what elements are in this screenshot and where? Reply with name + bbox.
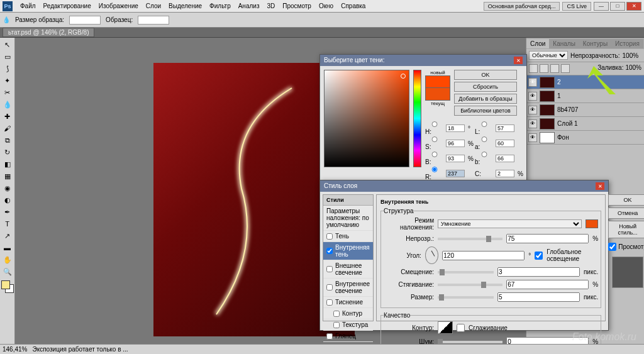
bv-input[interactable] — [446, 155, 465, 162]
global-light-checkbox[interactable] — [535, 252, 543, 260]
brush-tool[interactable]: 🖌 — [1, 123, 14, 134]
layer-thumb[interactable] — [540, 91, 555, 102]
type-tool[interactable]: T — [1, 218, 14, 230]
antialias-checkbox[interactable] — [457, 324, 465, 332]
hand-tool[interactable]: ✋ — [1, 254, 14, 265]
stamp-tool[interactable]: ⧉ — [1, 135, 14, 146]
layer-name[interactable]: 1 — [557, 92, 561, 99]
ok-button[interactable]: OK — [608, 194, 644, 206]
shadow-color-swatch[interactable] — [586, 219, 598, 228]
menu-filter[interactable]: Фильтр — [206, 3, 235, 9]
menu-analysis[interactable]: Анализ — [235, 3, 264, 9]
bv-radio[interactable] — [425, 152, 444, 157]
close-icon[interactable]: ✕ — [596, 182, 604, 190]
preview-checkbox[interactable] — [608, 243, 616, 251]
style-item-blending[interactable]: Параметры наложения: по умолчанию — [323, 206, 373, 231]
marquee-tool[interactable]: ▭ — [1, 51, 14, 62]
noise-slider[interactable] — [438, 341, 502, 343]
s-radio[interactable] — [425, 136, 444, 142]
lock-pixels-icon[interactable] — [540, 64, 548, 73]
opacity-slider[interactable] — [438, 238, 502, 240]
history-brush-tool[interactable]: ↻ — [1, 147, 14, 158]
heal-tool[interactable]: ✚ — [1, 111, 14, 122]
menu-select[interactable]: Выделение — [165, 3, 206, 9]
h-radio[interactable] — [425, 121, 444, 127]
style-item-contour[interactable]: Контур — [323, 308, 373, 319]
layer-thumb[interactable] — [540, 132, 555, 143]
layer-row[interactable]: 👁 8b4707 — [526, 103, 644, 117]
style-item-satin[interactable]: Глянец — [323, 331, 373, 342]
visibility-icon[interactable]: 👁 — [528, 119, 537, 128]
layer-row[interactable]: 👁 1 — [526, 89, 644, 103]
style-item-outerglow[interactable]: Внешнее свечение — [323, 260, 373, 279]
angle-dial[interactable] — [425, 246, 438, 264]
layer-thumb[interactable] — [540, 118, 555, 130]
visibility-icon[interactable]: 👁 — [528, 106, 537, 114]
style-item-texture[interactable]: Текстура — [323, 319, 373, 331]
layer-name[interactable]: 8b4707 — [557, 106, 578, 113]
size-slider[interactable] — [438, 296, 494, 299]
l-input[interactable] — [496, 124, 514, 132]
zoom-level[interactable]: 146,41% — [3, 346, 27, 353]
color-field[interactable] — [324, 70, 409, 167]
eyedropper-tool[interactable]: 💧 — [1, 99, 14, 110]
path-tool[interactable]: ↗ — [1, 230, 14, 241]
reset-button[interactable]: Сбросить — [454, 82, 517, 92]
foreground-color[interactable] — [1, 280, 10, 289]
layer-name[interactable]: Слой 1 — [557, 120, 578, 127]
lock-transparency-icon[interactable] — [529, 64, 538, 73]
layer-thumb[interactable] — [540, 77, 555, 88]
blend-select[interactable]: Умножение — [438, 219, 582, 228]
opacity-input[interactable] — [506, 234, 589, 243]
shape-tool[interactable]: ▬ — [1, 242, 14, 253]
dialog-titlebar[interactable]: Стиль слоя ✕ — [320, 180, 608, 192]
a-radio[interactable] — [475, 136, 494, 142]
gradient-tool[interactable]: ▦ — [1, 170, 14, 182]
zoom-tool[interactable]: 🔍 — [1, 266, 14, 277]
s-input[interactable] — [446, 140, 465, 147]
r-input[interactable] — [446, 170, 465, 177]
panel-tab-channels[interactable]: Каналы — [549, 39, 579, 48]
opt-sample-input[interactable] — [138, 16, 169, 25]
menu-layers[interactable]: Слои — [142, 3, 165, 9]
close-icon[interactable]: ✕ — [514, 57, 523, 64]
move-tool[interactable]: ↖ — [1, 39, 14, 50]
document-tab[interactable]: ьтат.psd @ 146% (2, RGB/8) — [3, 28, 94, 37]
menu-window[interactable]: Окно — [315, 3, 337, 9]
workspace-selector[interactable]: Основная рабочая сред... — [484, 2, 560, 11]
cancel-button[interactable]: Отмена — [608, 207, 644, 219]
c-input[interactable] — [496, 170, 514, 177]
h-input[interactable] — [446, 124, 465, 132]
opt-size-input[interactable] — [69, 16, 101, 25]
blur-tool[interactable]: ◉ — [1, 182, 14, 194]
l-radio[interactable] — [475, 121, 494, 127]
layer-row[interactable]: 👁 Фон — [526, 131, 644, 145]
color-cursor[interactable] — [401, 74, 406, 79]
b-input[interactable] — [496, 155, 514, 162]
menu-image[interactable]: Изображение — [95, 3, 142, 9]
dialog-titlebar[interactable]: Выберите цвет тени: ✕ — [320, 55, 526, 66]
styles-header[interactable]: Стили — [323, 195, 373, 206]
panel-tab-paths[interactable]: Контуры — [579, 39, 611, 48]
menu-view[interactable]: Просмотр — [279, 3, 315, 9]
choke-input[interactable] — [506, 280, 589, 289]
eraser-tool[interactable]: ◧ — [1, 158, 14, 170]
size-input[interactable] — [497, 292, 580, 302]
layer-name[interactable]: Фон — [557, 134, 569, 141]
visibility-icon[interactable]: 👁 — [528, 133, 537, 142]
window-minimize[interactable]: — — [594, 2, 609, 11]
window-maximize[interactable]: □ — [610, 2, 625, 11]
visibility-icon[interactable]: 👁 — [528, 92, 537, 101]
panel-tab-layers[interactable]: Слои — [526, 39, 549, 48]
panel-tab-history[interactable]: История — [611, 39, 643, 48]
a-input[interactable] — [496, 140, 514, 147]
opacity-value[interactable]: 100% — [623, 52, 639, 59]
visibility-icon[interactable]: 👁 — [528, 78, 537, 87]
style-item-dropshadow[interactable]: Тень — [323, 231, 373, 242]
window-close[interactable]: ✕ — [626, 2, 641, 11]
style-item-bevel[interactable]: Тиснение — [323, 297, 373, 308]
style-item-innerglow[interactable]: Внутреннее свечение — [323, 279, 373, 297]
new-style-button[interactable]: Новый стиль... — [608, 221, 644, 238]
menu-3d[interactable]: 3D — [263, 3, 279, 9]
add-swatch-button[interactable]: Добавить в образцы — [454, 94, 517, 104]
